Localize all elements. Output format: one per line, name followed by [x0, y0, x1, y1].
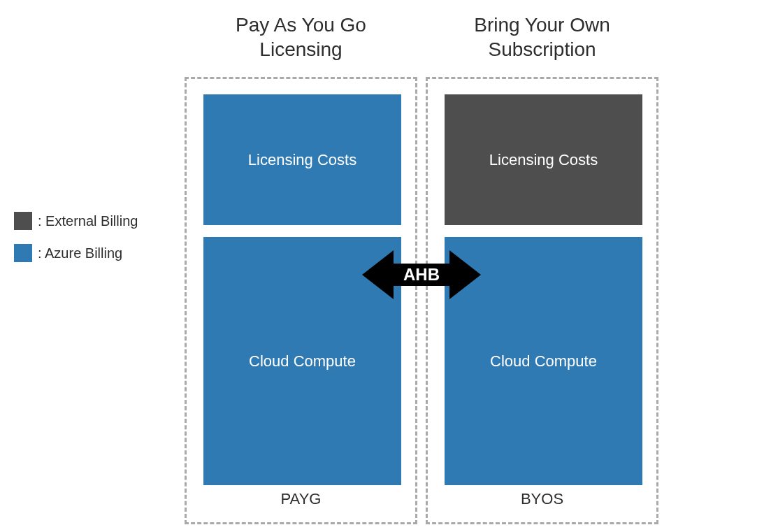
ahb-double-arrow: AHB [362, 247, 481, 303]
title-byos: Bring Your Own Subscription [426, 13, 658, 62]
legend-swatch-azure [14, 244, 32, 262]
block-payg-licensing: Licensing Costs [203, 94, 401, 225]
block-payg-licensing-label: Licensing Costs [248, 151, 356, 169]
legend-label-azure: : Azure Billing [38, 245, 122, 261]
legend-row-azure: : Azure Billing [14, 244, 138, 262]
title-byos-line2: Subscription [488, 38, 596, 60]
legend-row-external: : External Billing [14, 212, 138, 230]
footer-payg: PAYG [187, 490, 415, 508]
block-byos-licensing: Licensing Costs [445, 94, 642, 225]
block-byos-licensing-label: Licensing Costs [489, 151, 598, 169]
ahb-label: AHB [362, 247, 481, 303]
title-payg: Pay As You Go Licensing [185, 13, 417, 62]
legend-swatch-external [14, 212, 32, 230]
legend: : External Billing : Azure Billing [14, 212, 138, 276]
title-payg-line1: Pay As You Go [236, 14, 366, 36]
block-payg-compute-label: Cloud Compute [249, 352, 356, 371]
legend-label-external: : External Billing [38, 213, 138, 229]
title-byos-line1: Bring Your Own [474, 14, 610, 36]
block-byos-compute-label: Cloud Compute [490, 352, 597, 371]
footer-byos: BYOS [428, 490, 656, 508]
title-payg-line2: Licensing [259, 38, 342, 60]
